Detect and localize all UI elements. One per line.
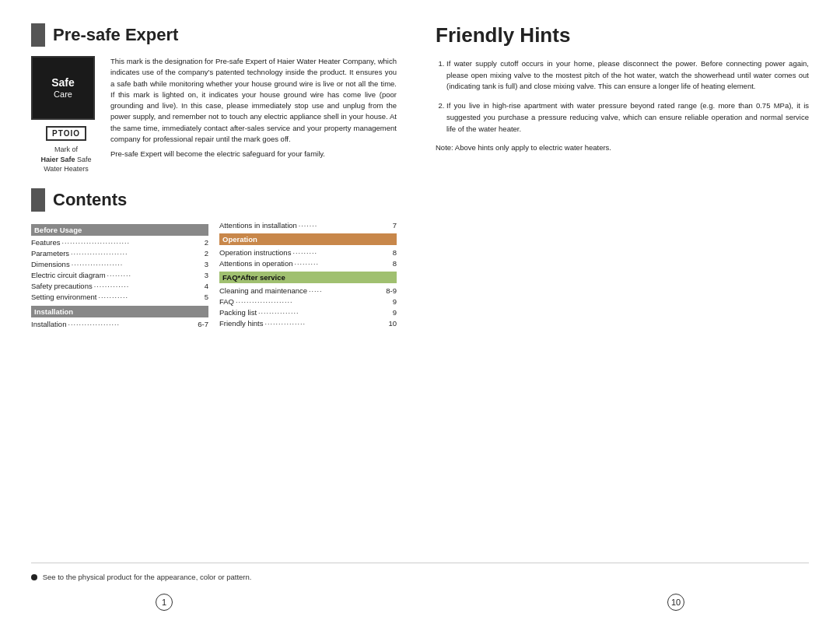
toc-section: Before Usage Features ··················… bbox=[31, 221, 397, 330]
toc-installation: Installation ··················· 6-7 bbox=[31, 319, 208, 330]
presafe-logo: Safe Care PTOIO Mark of Haier Safe Safe … bbox=[31, 56, 101, 174]
hint-item-2: If you live in high-rise apartment with … bbox=[446, 100, 809, 135]
toc-dimensions: Dimensions ··················· 3 bbox=[31, 259, 208, 270]
page-number-right: 10 bbox=[667, 594, 684, 611]
logo-safe-label: Safe bbox=[60, 156, 75, 163]
presafe-title: Pre-safe Expert bbox=[53, 25, 178, 45]
logo-haier: Haier bbox=[40, 156, 58, 163]
footer: See to the physical product for the appe… bbox=[0, 568, 840, 591]
toc-right-column: Attentions in installation ······· 7 Ope… bbox=[208, 221, 397, 330]
toc-parameters: Parameters ····················· 2 bbox=[31, 248, 208, 259]
contents-title-bar bbox=[31, 188, 45, 212]
logo-mark: Mark of Haier Safe Safe Water Heaters bbox=[31, 145, 101, 174]
left-panel: Pre-safe Expert Safe Care PTOIO Mark of … bbox=[31, 23, 420, 550]
title-bar-decoration bbox=[31, 23, 45, 47]
toc-left-column: Before Usage Features ··················… bbox=[31, 221, 208, 330]
friendly-hints-title: Friendly Hints bbox=[436, 23, 809, 47]
hint-item-1: If water supply cutoff occurs in your ho… bbox=[446, 58, 809, 93]
contents-title-block: Contents bbox=[31, 188, 397, 212]
right-panel: Friendly Hints If water supply cutoff oc… bbox=[420, 23, 809, 550]
page-number-left: 1 bbox=[156, 594, 173, 611]
toc-features: Features ························· 2 bbox=[31, 237, 208, 248]
presafe-description: This mark is the designation for Pre-saf… bbox=[110, 56, 397, 174]
footer-note: See to the physical product for the appe… bbox=[31, 573, 809, 581]
friendly-hints-body: If water supply cutoff occurs in your ho… bbox=[436, 58, 809, 154]
divider bbox=[31, 563, 809, 563]
presafe-title-block: Pre-safe Expert bbox=[31, 23, 397, 47]
contents-title: Contents bbox=[53, 190, 127, 210]
logo-box: Safe Care bbox=[31, 56, 95, 120]
page-numbers: 1 10 bbox=[0, 591, 840, 617]
bullet-icon bbox=[31, 574, 37, 580]
contents-section: Contents Before Usage Features ·········… bbox=[31, 188, 397, 330]
toc-attentions-operation: Attentions in operation ········· 8 bbox=[219, 258, 397, 268]
toc-faq: FAQ ····················· 9 bbox=[219, 296, 397, 307]
toc-installation-header: Installation bbox=[31, 306, 208, 317]
toc-operation-header: Operation bbox=[219, 233, 397, 245]
presafe-body: Safe Care PTOIO Mark of Haier Safe Safe … bbox=[31, 56, 397, 174]
toc-setting-env: Setting environment ··········· 5 bbox=[31, 292, 208, 303]
toc-friendly-hints: Friendly hints ··············· 10 bbox=[219, 317, 397, 328]
toc-attentions-installation: Attentions in installation ······· 7 bbox=[219, 221, 397, 231]
toc-electric-circuit: Electric circuit diagram ········· 3 bbox=[31, 270, 208, 281]
logo-safe-text: Safe bbox=[51, 76, 75, 89]
toc-packing-list: Packing list ··············· 9 bbox=[219, 307, 397, 317]
toc-cleaning: Cleaning and maintenance ····· 8-9 bbox=[219, 285, 397, 296]
toc-before-usage-header: Before Usage bbox=[31, 224, 208, 236]
toc-faq-header: FAQ*After service bbox=[219, 272, 397, 283]
logo-ptoio: PTOIO bbox=[46, 126, 86, 141]
friendly-note: Note: Above hints only apply to electric… bbox=[436, 142, 809, 154]
logo-care-text: Care bbox=[54, 89, 72, 100]
toc-safety: Safety precautions ············· 4 bbox=[31, 281, 208, 292]
toc-operation-instructions: Operation instructions ········· 8 bbox=[219, 247, 397, 258]
